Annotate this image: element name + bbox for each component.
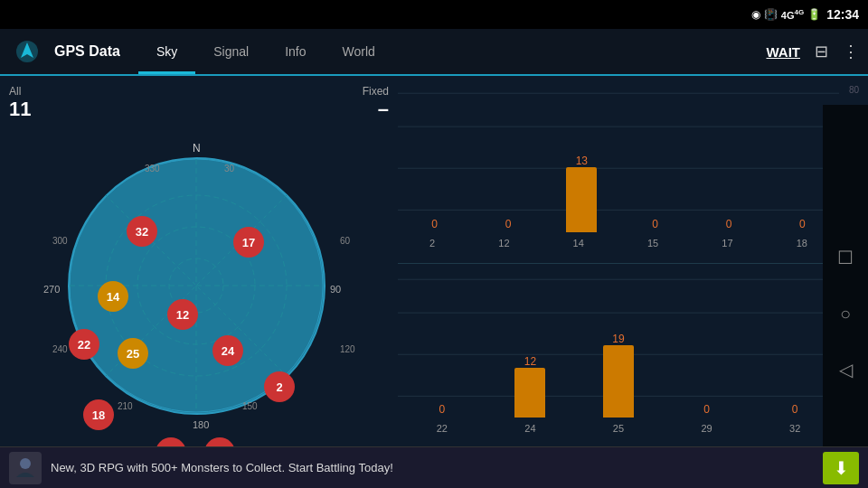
tab-signal[interactable]: Signal bbox=[195, 29, 267, 74]
sat-22[interactable]: 22 bbox=[69, 329, 99, 360]
android-nav: ☐ ○ ◁ bbox=[823, 105, 868, 488]
wait-button[interactable]: WAIT bbox=[767, 44, 801, 60]
sat-2[interactable]: 2 bbox=[264, 371, 295, 402]
chart-divider bbox=[398, 263, 859, 264]
filter-icon[interactable]: ⊟ bbox=[815, 42, 828, 61]
bar-group-24: 12 bbox=[514, 355, 545, 418]
bar-18 bbox=[787, 230, 817, 232]
nav-right: WAIT ⊟ ⋮ bbox=[767, 42, 869, 61]
sat-17[interactable]: 17 bbox=[233, 227, 264, 258]
bar-group-2: 0 bbox=[420, 218, 450, 232]
bar-14 bbox=[566, 167, 597, 232]
top-chart: 80 60 40 20 0 0 bbox=[398, 85, 859, 252]
bar-val-14: 13 bbox=[576, 155, 588, 167]
bar-group-29: 0 bbox=[692, 403, 722, 418]
compass-300: 300 bbox=[52, 236, 68, 246]
sat-25[interactable]: 25 bbox=[118, 338, 148, 369]
banner-text: New, 3D RPG with 500+ Monsters to Collec… bbox=[51, 461, 814, 474]
nav-tabs: Sky Signal Info World bbox=[138, 29, 767, 74]
main-content: All 11 Fixed – bbox=[0, 76, 868, 446]
sky-stats: All 11 Fixed – bbox=[9, 85, 389, 121]
bars-bottom: 0 12 19 0 bbox=[398, 271, 839, 418]
bar-2 bbox=[420, 230, 450, 232]
sky-panel: All 11 Fixed – bbox=[9, 85, 389, 437]
tab-world[interactable]: World bbox=[325, 29, 393, 74]
app-logo bbox=[0, 38, 54, 65]
compass: N 180 90 270 330 30 300 60 240 120 210 1… bbox=[27, 126, 371, 433]
bar-group-18: 0 bbox=[787, 218, 817, 232]
compass-270: 270 bbox=[43, 284, 60, 295]
tab-sky[interactable]: Sky bbox=[138, 29, 195, 74]
signal-panel: 80 60 40 20 0 0 bbox=[398, 85, 859, 437]
bottom-chart: 80 60 40 20 0 12 bbox=[398, 271, 859, 438]
location-icon: ◉ bbox=[751, 8, 760, 21]
fixed-label: Fixed bbox=[363, 85, 389, 98]
fixed-value: – bbox=[363, 98, 389, 121]
android-back-btn[interactable]: ◁ bbox=[831, 355, 860, 384]
bar-val-18: 0 bbox=[799, 218, 806, 230]
bar-12 bbox=[493, 230, 524, 232]
android-circle-btn[interactable]: ○ bbox=[831, 299, 860, 328]
sat-12[interactable]: 12 bbox=[167, 299, 198, 330]
compass-120: 120 bbox=[340, 344, 355, 354]
all-label: All bbox=[9, 85, 31, 98]
x-labels-bottom: 22 24 25 29 32 bbox=[398, 423, 839, 434]
bar-val-17: 0 bbox=[726, 218, 732, 230]
menu-icon[interactable]: ⋮ bbox=[843, 42, 859, 61]
x-labels-top: 2 12 14 15 17 18 bbox=[398, 238, 839, 249]
bar-17 bbox=[713, 230, 744, 232]
compass-330: 330 bbox=[145, 164, 160, 174]
banner-ad: New, 3D RPG with 500+ Monsters to Collec… bbox=[0, 446, 868, 488]
nav-bar: GPS Data Sky Signal Info World WAIT ⊟ ⋮ bbox=[0, 29, 868, 76]
compass-240: 240 bbox=[52, 344, 68, 354]
sat-14[interactable]: 14 bbox=[98, 281, 128, 312]
status-bar: ◉ 📳 4G4G 🔋 12:34 bbox=[0, 0, 868, 29]
bar-group-17: 0 bbox=[713, 218, 744, 232]
bar-group-14: 13 bbox=[566, 155, 597, 232]
network-icon: 4G4G bbox=[781, 8, 804, 21]
compass-210: 210 bbox=[118, 401, 133, 411]
vibrate-icon: 📳 bbox=[764, 8, 778, 21]
compass-150: 150 bbox=[242, 401, 258, 411]
svg-point-18 bbox=[20, 458, 31, 469]
download-icon: ⬇ bbox=[834, 457, 849, 479]
bar-group-32: 0 bbox=[779, 403, 810, 418]
fixed-stat: Fixed – bbox=[363, 85, 389, 121]
all-value: 11 bbox=[9, 98, 31, 121]
bar-val-12: 0 bbox=[505, 218, 512, 230]
bar-group-12: 0 bbox=[493, 218, 524, 232]
banner-thumb bbox=[9, 452, 42, 484]
compass-180: 180 bbox=[193, 419, 209, 430]
all-stat: All 11 bbox=[9, 85, 31, 121]
sat-18[interactable]: 18 bbox=[83, 399, 114, 430]
compass-90: 90 bbox=[330, 284, 341, 295]
compass-30: 30 bbox=[224, 164, 234, 174]
bar-val-2: 0 bbox=[431, 218, 438, 230]
compass-n: N bbox=[193, 142, 201, 155]
clock: 12:34 bbox=[826, 7, 859, 22]
bar-group-15: 0 bbox=[640, 218, 671, 232]
sat-32[interactable]: 32 bbox=[127, 216, 157, 247]
bar-15 bbox=[640, 230, 671, 232]
tab-info[interactable]: Info bbox=[267, 29, 324, 74]
sat-24[interactable]: 24 bbox=[212, 335, 243, 366]
banner-download-button[interactable]: ⬇ bbox=[823, 452, 859, 484]
android-square-btn[interactable]: ☐ bbox=[831, 243, 860, 272]
compass-60: 60 bbox=[340, 236, 350, 246]
bar-val-15: 0 bbox=[652, 218, 658, 230]
status-icons: ◉ 📳 4G4G 🔋 bbox=[751, 8, 821, 21]
bar-group-22: 0 bbox=[427, 403, 458, 418]
bars-top: 0 0 13 0 bbox=[398, 85, 839, 232]
app-title: GPS Data bbox=[54, 43, 120, 60]
battery-icon: 🔋 bbox=[807, 8, 821, 21]
bar-group-25: 19 bbox=[603, 333, 634, 418]
